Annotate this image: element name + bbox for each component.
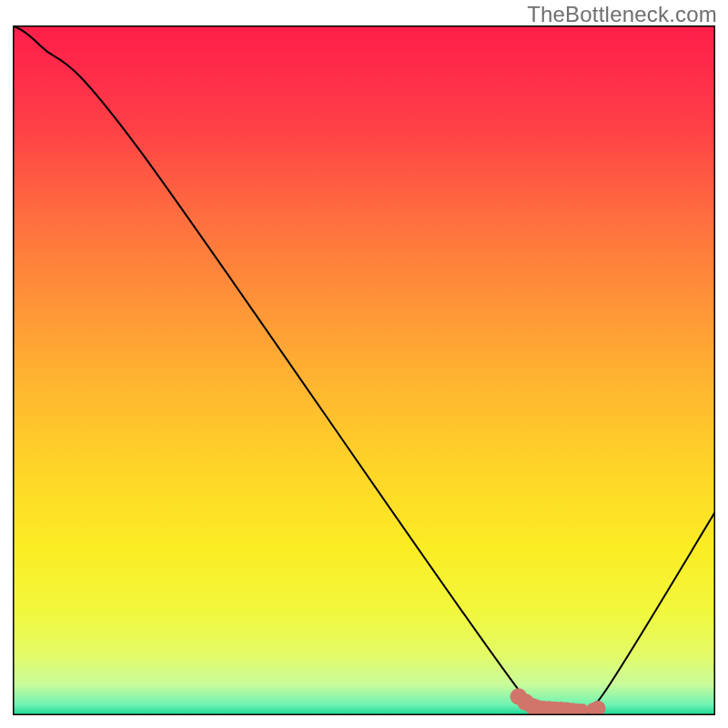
chart-plot bbox=[13, 25, 715, 715]
chart-container: TheBottleneck.com bbox=[0, 0, 728, 728]
gradient-background bbox=[13, 25, 715, 715]
watermark-text: TheBottleneck.com bbox=[527, 2, 717, 27]
